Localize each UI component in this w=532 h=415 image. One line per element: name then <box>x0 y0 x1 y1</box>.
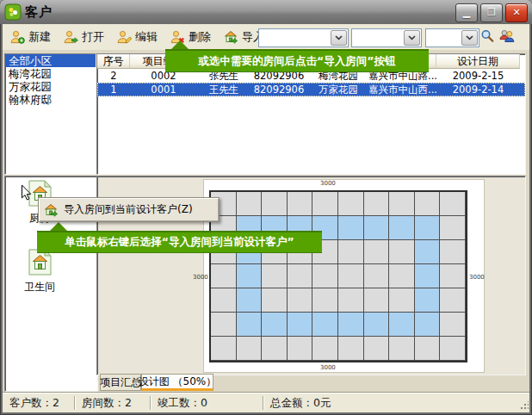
table-cell: 0001 <box>130 83 197 96</box>
tile-cell <box>364 313 390 337</box>
table-cell: 2 <box>97 69 130 83</box>
toolbar-button-label: 删除 <box>189 29 211 45</box>
context-menu: 导入房间到当前设计客户(Z) <box>38 197 220 222</box>
toolbar-button-1[interactable]: 新建 <box>5 27 56 47</box>
status-bar: 客户数：2房间数：2竣工数：0总金额：0元 <box>3 393 529 412</box>
tile-cell <box>415 216 441 240</box>
chevron-down-icon[interactable] <box>461 30 478 46</box>
rooms-tip: 单击鼠标右键后选择“导入房间到当前设计客户” <box>37 231 322 253</box>
tile-cell <box>389 264 415 288</box>
table-cell: 2009-2-14 <box>436 83 520 96</box>
tile-cell <box>389 288 415 313</box>
tile-cell <box>288 288 313 313</box>
user-group-icon[interactable] <box>499 29 515 44</box>
table-row[interactable]: 10001王先生82092906万家花园嘉兴市中山西...2009-2-14 <box>97 83 525 96</box>
tile-cell <box>415 240 441 264</box>
tile-cell <box>211 313 237 337</box>
tile-cell <box>338 264 364 288</box>
toolbar-button-label: 编辑 <box>135 29 158 45</box>
status-item-3: 竣工数：0 <box>151 396 263 410</box>
app-icon <box>4 3 22 21</box>
user-edit-icon <box>117 30 132 44</box>
tile-cell <box>312 313 338 337</box>
tile-cell <box>338 337 364 361</box>
app-window: 客户 ▁❒✕ 新建打开编辑删除导入房间 全部小区梅湾花园万家花园翰林府邸 厨房卫… <box>0 0 532 415</box>
tile-cell <box>415 313 441 337</box>
tile-cell <box>312 337 338 361</box>
minimize-button[interactable]: ▁ <box>455 3 478 22</box>
tile-cell <box>312 264 338 288</box>
community-list: 全部小区梅湾花园万家花园翰林府邸 <box>4 53 96 175</box>
house-import-icon <box>224 30 238 44</box>
dim-label-top: 3000 <box>320 180 336 187</box>
tile-cell <box>440 192 466 216</box>
room-item-2[interactable]: 卫生间 <box>14 249 65 294</box>
tile-cell <box>364 264 390 288</box>
tile-cell <box>338 288 364 313</box>
status-item-1: 客户数：2 <box>3 396 75 410</box>
resize-grip[interactable] <box>520 401 529 410</box>
tile-cell <box>237 313 263 337</box>
window-title: 客户 <box>25 4 53 21</box>
maximize-button[interactable]: ❒ <box>480 3 503 22</box>
tile-cell <box>262 337 288 361</box>
tile-cell <box>211 288 237 313</box>
tile-cell <box>440 288 466 313</box>
sidebar-item-1[interactable]: 全部小区 <box>5 54 96 67</box>
tile-cell <box>237 264 263 288</box>
search-icon[interactable] <box>480 29 496 44</box>
close-button[interactable]: ✕ <box>505 3 528 22</box>
status-item-4: 总金额：0元 <box>263 396 453 410</box>
dim-label-bottom: 3000 <box>320 364 336 371</box>
tile-cell <box>415 288 441 313</box>
tile-cell <box>338 313 364 337</box>
dim-label-left: 3000 <box>193 274 208 281</box>
table-cell: 2009-2-15 <box>436 69 520 83</box>
toolbar-button-3[interactable]: 编辑 <box>112 27 163 47</box>
chevron-down-icon[interactable] <box>331 30 347 46</box>
tile-cell <box>288 313 313 337</box>
table-cell: 82092906 <box>251 83 307 96</box>
filter-combo-2[interactable] <box>351 28 422 47</box>
tile-cell <box>312 192 338 216</box>
tile-cell <box>389 337 415 361</box>
column-header-7[interactable]: 设计日期 <box>436 54 520 69</box>
tile-grid <box>209 190 467 362</box>
toolbar-button-label: 打开 <box>82 29 104 45</box>
menu-item-import-room[interactable]: 导入房间到当前设计客户(Z) <box>39 198 219 221</box>
toolbar-button-label: 新建 <box>28 29 51 45</box>
tile-cell <box>262 313 288 337</box>
tile-cell <box>440 337 466 361</box>
sidebar-item-3[interactable]: 万家花园 <box>5 80 96 93</box>
room-file-icon <box>28 263 52 279</box>
user-add-icon <box>10 30 25 44</box>
table-cell: 王先生 <box>197 83 251 96</box>
house-import-icon <box>44 203 59 217</box>
tile-cell <box>364 337 390 361</box>
tile-cell <box>364 240 390 264</box>
tile-cell <box>389 192 415 216</box>
chevron-down-icon[interactable] <box>404 30 420 46</box>
sidebar-item-4[interactable]: 翰林府邸 <box>5 93 96 106</box>
tile-cell <box>338 216 364 240</box>
tile-cell <box>237 337 263 361</box>
tab-2[interactable]: 设计图 （50%） <box>141 374 213 391</box>
tile-cell <box>364 288 390 313</box>
sidebar-item-2[interactable]: 梅湾花园 <box>5 67 96 80</box>
tile-cell <box>262 288 288 313</box>
titlebar[interactable]: 客户 ▁❒✕ <box>0 0 532 24</box>
tile-cell <box>262 192 288 216</box>
tile-cell <box>389 240 415 264</box>
filter-combo-1[interactable] <box>258 28 349 47</box>
tile-cell <box>211 337 237 361</box>
filter-combo-3[interactable] <box>425 28 479 47</box>
dim-label-right: 3000 <box>469 274 485 281</box>
tile-cell <box>262 264 288 288</box>
tile-cell <box>415 337 441 361</box>
tile-cell <box>338 240 364 264</box>
tab-1[interactable]: 项目汇总 <box>100 374 141 391</box>
toolbar-button-2[interactable]: 打开 <box>59 27 109 47</box>
mouse-cursor-icon <box>21 184 33 201</box>
table-cell: 嘉兴市中山西... <box>369 83 436 96</box>
column-header-1[interactable]: 序号 <box>97 54 130 69</box>
